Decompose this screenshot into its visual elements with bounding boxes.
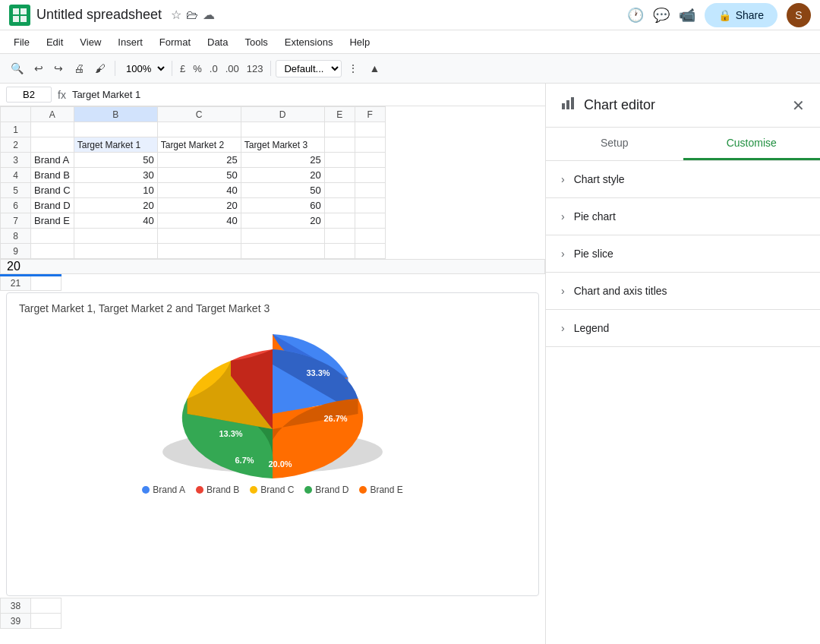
cell-E3[interactable]: [324, 153, 355, 168]
star-icon[interactable]: ☆: [171, 8, 181, 22]
cell-D9[interactable]: [241, 244, 324, 259]
search-button[interactable]: 🔍: [6, 59, 28, 77]
cell-C8[interactable]: [157, 229, 241, 244]
cell-E5[interactable]: [324, 183, 355, 198]
col-header-D[interactable]: D: [241, 107, 324, 122]
cell-D1[interactable]: [241, 122, 324, 137]
cell-A2[interactable]: [31, 137, 74, 153]
cell-F3[interactable]: [355, 153, 385, 168]
cell-F7[interactable]: [355, 213, 385, 229]
section-chart-axis-titles-header[interactable]: › Chart and axis titles: [546, 273, 820, 309]
cell-reference[interactable]: [6, 87, 52, 103]
cell-F5[interactable]: [355, 183, 385, 198]
cell-E8[interactable]: [324, 229, 355, 244]
embedded-chart[interactable]: Target Market 1, Target Market 2 and Tar…: [6, 292, 539, 596]
cell-C9[interactable]: [157, 244, 241, 259]
cell-E1[interactable]: [324, 122, 355, 137]
cell-A1[interactable]: [31, 122, 74, 137]
cell-F4[interactable]: [355, 168, 385, 183]
cell-D3[interactable]: 25: [241, 153, 324, 168]
cell-B6[interactable]: 20: [74, 198, 157, 213]
zoom-select[interactable]: 100%: [120, 61, 167, 77]
menu-item-edit[interactable]: Edit: [39, 33, 71, 51]
cell-C5[interactable]: 40: [157, 183, 241, 198]
section-chart-style-header[interactable]: › Chart style: [546, 161, 820, 197]
font-select[interactable]: Default...: [276, 60, 342, 77]
history-icon[interactable]: 🕐: [627, 7, 644, 24]
cell-D8[interactable]: [241, 229, 324, 244]
editor-close-button[interactable]: ✕: [792, 96, 805, 115]
section-legend-header[interactable]: › Legend: [546, 310, 820, 346]
menu-item-tools[interactable]: Tools: [237, 33, 275, 51]
menu-item-insert[interactable]: Insert: [110, 33, 150, 51]
paint-format-button[interactable]: 🖌: [90, 59, 110, 77]
cell-E7[interactable]: [324, 213, 355, 229]
format-123[interactable]: 123: [244, 62, 266, 76]
cell-C2[interactable]: Target Market 2: [157, 137, 241, 153]
cell-D2[interactable]: Target Market 3: [241, 137, 324, 153]
cell-B7[interactable]: 40: [74, 213, 157, 229]
cell-B1[interactable]: [74, 122, 157, 137]
cell-B9[interactable]: [74, 244, 157, 259]
cell-F1[interactable]: [355, 122, 385, 137]
decimal-dec[interactable]: .0: [207, 62, 221, 76]
cell-B3[interactable]: 50: [74, 153, 157, 168]
cell-A4[interactable]: Brand B: [31, 168, 74, 183]
currency-symbol[interactable]: £: [177, 62, 188, 76]
menu-item-file[interactable]: File: [6, 33, 37, 51]
cell-F8[interactable]: [355, 229, 385, 244]
tab-customise[interactable]: Customise: [683, 128, 821, 160]
cell-E9[interactable]: [324, 244, 355, 259]
chat-icon[interactable]: 💬: [653, 7, 670, 24]
redo-button[interactable]: ↪: [49, 59, 68, 77]
collapse-toolbar-button[interactable]: ▲: [364, 59, 384, 77]
menu-item-extensions[interactable]: Extensions: [277, 33, 341, 51]
col-header-C[interactable]: C: [157, 107, 241, 122]
percent-symbol[interactable]: %: [190, 62, 205, 76]
cell-A7[interactable]: Brand E: [31, 213, 74, 229]
cell-C3[interactable]: 25: [157, 153, 241, 168]
cell-E6[interactable]: [324, 198, 355, 213]
cell-A5[interactable]: Brand C: [31, 183, 74, 198]
col-header-F[interactable]: F: [355, 107, 385, 122]
cell-C6[interactable]: 20: [157, 198, 241, 213]
cell-D4[interactable]: 20: [241, 168, 324, 183]
cell-C1[interactable]: [157, 122, 241, 137]
cell-A8[interactable]: [31, 229, 74, 244]
col-header-A[interactable]: A: [31, 107, 74, 122]
tab-setup[interactable]: Setup: [546, 128, 683, 160]
menu-item-help[interactable]: Help: [342, 33, 377, 51]
cell-C4[interactable]: 50: [157, 168, 241, 183]
menu-item-format[interactable]: Format: [152, 33, 198, 51]
cell-D5[interactable]: 50: [241, 183, 324, 198]
formula-input[interactable]: [72, 89, 539, 100]
col-header-E[interactable]: E: [324, 107, 355, 122]
cell-D6[interactable]: 60: [241, 198, 324, 213]
col-header-B[interactable]: B: [74, 107, 157, 122]
cell-B8[interactable]: [74, 229, 157, 244]
print-button[interactable]: 🖨: [69, 59, 89, 77]
cell-E2[interactable]: [324, 137, 355, 153]
decimal-inc[interactable]: .00: [222, 62, 242, 76]
folder-icon[interactable]: 🗁: [186, 8, 198, 22]
section-pie-chart-header[interactable]: › Pie chart: [546, 198, 820, 235]
section-pie-slice-header[interactable]: › Pie slice: [546, 235, 820, 272]
menu-item-data[interactable]: Data: [200, 33, 235, 51]
cloud-icon[interactable]: ☁: [203, 8, 215, 22]
menu-item-view[interactable]: View: [72, 33, 109, 51]
cell-B2[interactable]: Target Market 1: [74, 137, 157, 153]
cell-C7[interactable]: 40: [157, 213, 241, 229]
avatar[interactable]: S: [787, 3, 811, 27]
cell-B4[interactable]: 30: [74, 168, 157, 183]
grid-container[interactable]: A B C D E F 1: [0, 106, 545, 644]
cell-D7[interactable]: 20: [241, 213, 324, 229]
cell-B5[interactable]: 10: [74, 183, 157, 198]
cell-E4[interactable]: [324, 168, 355, 183]
cell-A9[interactable]: [31, 244, 74, 259]
video-icon[interactable]: 📹: [679, 7, 695, 24]
cell-A3[interactable]: Brand A: [31, 153, 74, 168]
more-options-button[interactable]: ⋮: [343, 59, 363, 77]
cell-F2[interactable]: [355, 137, 385, 153]
share-button[interactable]: 🔒 Share: [705, 3, 777, 27]
cell-A6[interactable]: Brand D: [31, 198, 74, 213]
